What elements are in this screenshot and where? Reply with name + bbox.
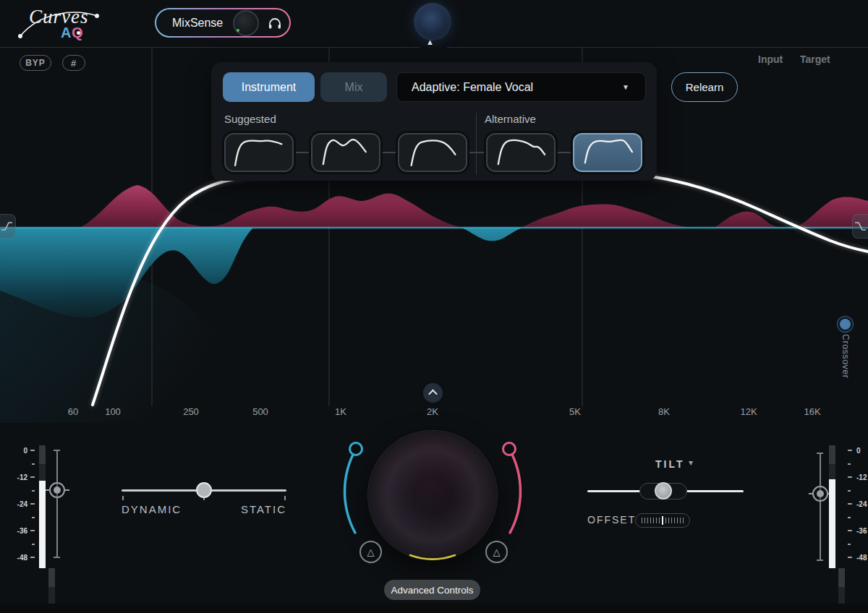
dynamic-static-control: DYNAMIC STATIC [122, 477, 286, 520]
tilt-control: TILT ▾ OFFSET [586, 455, 745, 535]
dynamic-static-handle[interactable] [196, 482, 212, 498]
db-label: -36 [856, 527, 867, 535]
db-label: 0 [12, 447, 27, 455]
header-divider [0, 47, 420, 48]
high-shelf-icon [853, 215, 868, 238]
logo-q-dot [77, 31, 80, 35]
freq-label: 60 [68, 406, 78, 417]
db-label: -48 [856, 554, 867, 562]
crossover-label: Crossover [841, 334, 851, 400]
input-gain-handle[interactable] [49, 482, 65, 498]
freq-label: 250 [183, 406, 199, 417]
thumb-connector [554, 152, 573, 153]
tab-instrument[interactable]: Instrument [223, 72, 315, 102]
static-label: STATIC [241, 503, 286, 515]
db-label: -48 [12, 554, 27, 562]
db-label: -24 [12, 500, 27, 508]
curve-sketch [226, 134, 293, 171]
db-label: 0 [856, 447, 861, 455]
db-label: -36 [12, 527, 27, 535]
low-shelf-icon [0, 215, 15, 238]
bottom-strip [0, 604, 868, 613]
curve-preset-thumb-5-selected[interactable] [573, 133, 642, 172]
crossover-toggle[interactable] [840, 319, 851, 330]
collapse-panel-button[interactable]: ▲ [426, 38, 434, 46]
preset-dropdown[interactable]: Adaptive: Female Vocal ▼ [396, 72, 646, 102]
low-cut-handle[interactable] [0, 214, 16, 239]
gain-slider-track[interactable] [56, 450, 58, 557]
spectrum-area-below [0, 228, 522, 317]
gain-slider-track[interactable] [820, 453, 821, 560]
offset-ratchet[interactable] [635, 513, 690, 528]
curve-sketch [400, 134, 467, 171]
freq-label: 100 [105, 406, 121, 417]
meter-bar [829, 445, 835, 568]
mixsense-panel: Instrument Mix Adaptive: Female Vocal ▼ … [211, 62, 657, 181]
bypass-button[interactable]: BYP [20, 55, 51, 71]
freq-label: 5K [569, 406, 581, 417]
tab-mix[interactable]: Mix [320, 72, 387, 102]
delta-right-button[interactable]: △ [485, 541, 508, 563]
knob-arcs [318, 405, 564, 578]
thumb-connector [292, 152, 310, 153]
relearn-button[interactable]: Relearn [671, 72, 738, 102]
advanced-controls-button[interactable]: Advanced Controls [384, 580, 480, 600]
curve-preset-thumb-2[interactable] [311, 133, 380, 172]
curve-preset-thumb-3[interactable] [398, 133, 467, 172]
high-cut-handle[interactable] [852, 214, 868, 239]
db-label: -12 [856, 473, 867, 481]
freq-label: 500 [252, 406, 268, 417]
input-meter-label[interactable]: Input [758, 53, 783, 65]
expand-controls-button[interactable] [423, 383, 443, 403]
sphere-icon[interactable] [414, 3, 451, 40]
group-divider [476, 113, 477, 175]
suggested-label: Suggested [224, 113, 276, 125]
app-logo: Curves A Q [16, 4, 110, 43]
meter-bar [39, 445, 46, 568]
chevron-up-icon [428, 390, 438, 399]
alternative-label: Alternative [485, 113, 536, 125]
plugin-window: Crossover 60 100 250 500 1K 2K 5K 8K 12K… [0, 0, 868, 613]
tilt-slider-handle[interactable] [655, 482, 672, 500]
curve-sketch [313, 134, 380, 171]
logo-sub-a: A [61, 25, 72, 41]
db-label: -24 [856, 500, 867, 508]
thumb-connector [466, 152, 486, 153]
mixsense-knob[interactable] [233, 10, 259, 36]
curve-preset-thumb-1[interactable] [224, 133, 294, 172]
freq-label: 12K [740, 406, 757, 417]
offset-label: OFFSET [587, 514, 636, 526]
cut-amount-handle[interactable] [349, 442, 363, 456]
output-meter-right: 0 -12 -24 -36 -48 [803, 440, 868, 573]
grid-toggle-button[interactable]: # [62, 55, 85, 71]
preset-value: Adaptive: Female Vocal [412, 81, 533, 94]
chevron-down-icon: ▼ [622, 83, 629, 91]
mixsense-module[interactable]: MixSense [155, 8, 291, 38]
output-gain-handle[interactable] [812, 486, 828, 502]
target-meter-label[interactable]: Target [800, 53, 830, 65]
boost-amount-handle[interactable] [502, 442, 516, 456]
delta-left-button[interactable]: △ [359, 541, 382, 563]
freq-label: 8K [658, 406, 670, 417]
tilt-label[interactable]: TILT [655, 458, 685, 470]
knob-indicator-dot [237, 29, 239, 32]
dynamic-label: DYNAMIC [122, 503, 182, 515]
chevron-down-icon[interactable]: ▾ [689, 458, 693, 468]
db-label: -12 [12, 473, 27, 481]
header-divider [447, 47, 868, 48]
freq-label: 16K [804, 406, 820, 417]
curve-sketch [575, 134, 642, 171]
mixsense-label: MixSense [172, 17, 223, 30]
input-meter-left: 0 -12 -24 -36 -48 [0, 440, 80, 573]
headphones-icon[interactable] [268, 17, 282, 30]
curve-sketch [488, 134, 555, 171]
curve-preset-thumb-4[interactable] [486, 133, 556, 172]
thumb-connector [379, 152, 396, 153]
